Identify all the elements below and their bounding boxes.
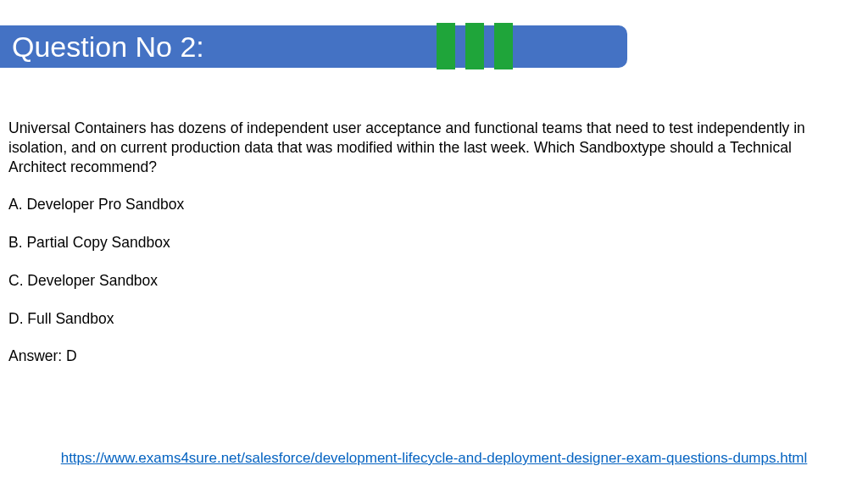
title-bar: Question No 2: bbox=[0, 25, 627, 68]
stripe-icon bbox=[494, 23, 513, 69]
option-a: A. Developer Pro Sandbox bbox=[8, 195, 851, 214]
option-b: B. Partial Copy Sandbox bbox=[8, 233, 851, 252]
decorative-stripes bbox=[437, 23, 513, 69]
source-link[interactable]: https://www.exams4sure.net/salesforce/de… bbox=[61, 450, 808, 466]
option-d: D. Full Sandbox bbox=[8, 309, 851, 329]
stripe-icon bbox=[437, 23, 455, 69]
stripe-icon bbox=[465, 23, 484, 69]
content-area: Universal Containers has dozens of indep… bbox=[8, 119, 851, 366]
question-title: Question No 2: bbox=[12, 30, 204, 64]
question-text: Universal Containers has dozens of indep… bbox=[8, 119, 851, 176]
option-c: C. Developer Sandbox bbox=[8, 271, 851, 291]
footer-link-container: https://www.exams4sure.net/salesforce/de… bbox=[0, 450, 868, 467]
answer-text: Answer: D bbox=[8, 347, 851, 366]
